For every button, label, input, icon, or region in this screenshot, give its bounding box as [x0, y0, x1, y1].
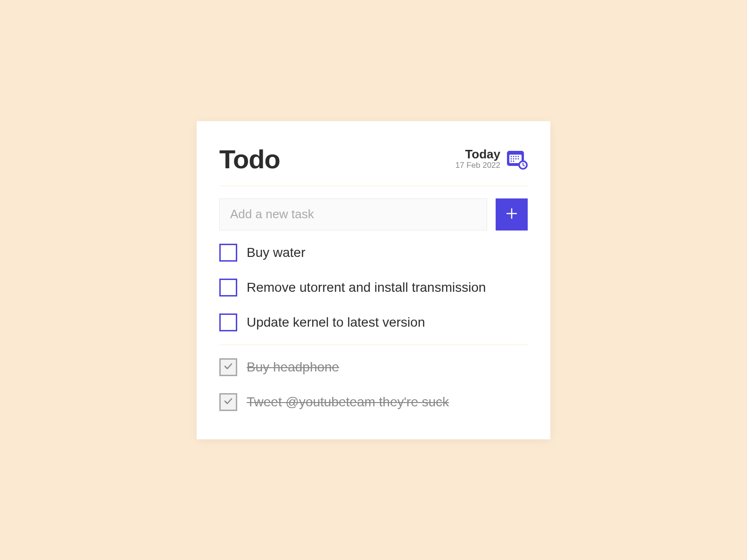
task-label: Tweet @youtubeteam they're suck [247, 395, 449, 410]
date-text: Today 17 Feb 2022 [456, 148, 500, 171]
completed-task-list: Buy headphone Tweet @youtubeteam they're… [219, 358, 528, 411]
task-checkbox[interactable] [219, 279, 237, 296]
check-icon [223, 361, 234, 374]
task-label: Buy water [247, 245, 306, 260]
task-checkbox[interactable] [219, 244, 237, 262]
task-label: Update kernel to latest version [247, 315, 425, 330]
svg-point-6 [511, 158, 512, 160]
svg-point-2 [511, 156, 512, 157]
svg-point-8 [515, 158, 517, 160]
date-value: 17 Feb 2022 [456, 161, 500, 170]
date-label: Today [456, 148, 500, 161]
task-item: Remove utorrent and install transmission [219, 279, 528, 296]
check-icon [223, 395, 234, 409]
svg-point-5 [518, 156, 519, 157]
todo-card: Todo Today 17 Feb 2022 [197, 121, 550, 439]
date-section[interactable]: Today 17 Feb 2022 [456, 148, 528, 171]
task-label: Remove utorrent and install transmission [247, 280, 486, 295]
page-title: Todo [219, 144, 280, 174]
task-item: Tweet @youtubeteam they're suck [219, 393, 528, 411]
task-item: Buy water [219, 244, 528, 262]
plus-icon [506, 207, 518, 221]
task-checkbox[interactable] [219, 358, 237, 376]
active-task-list: Buy water Remove utorrent and install tr… [219, 244, 528, 331]
task-item: Buy headphone [219, 358, 528, 376]
task-label: Buy headphone [247, 360, 339, 375]
svg-point-11 [513, 161, 515, 162]
svg-point-10 [511, 161, 512, 162]
svg-point-7 [513, 158, 515, 160]
task-checkbox[interactable] [219, 393, 237, 411]
svg-point-3 [513, 156, 515, 157]
new-task-input[interactable] [219, 198, 487, 231]
svg-point-9 [518, 158, 519, 160]
divider [219, 345, 528, 345]
calendar-clock-icon[interactable] [506, 148, 528, 170]
header: Todo Today 17 Feb 2022 [219, 144, 528, 186]
svg-point-4 [515, 156, 517, 157]
add-task-button[interactable] [496, 198, 528, 231]
task-checkbox[interactable] [219, 313, 237, 331]
input-row [219, 198, 528, 231]
task-item: Update kernel to latest version [219, 313, 528, 331]
